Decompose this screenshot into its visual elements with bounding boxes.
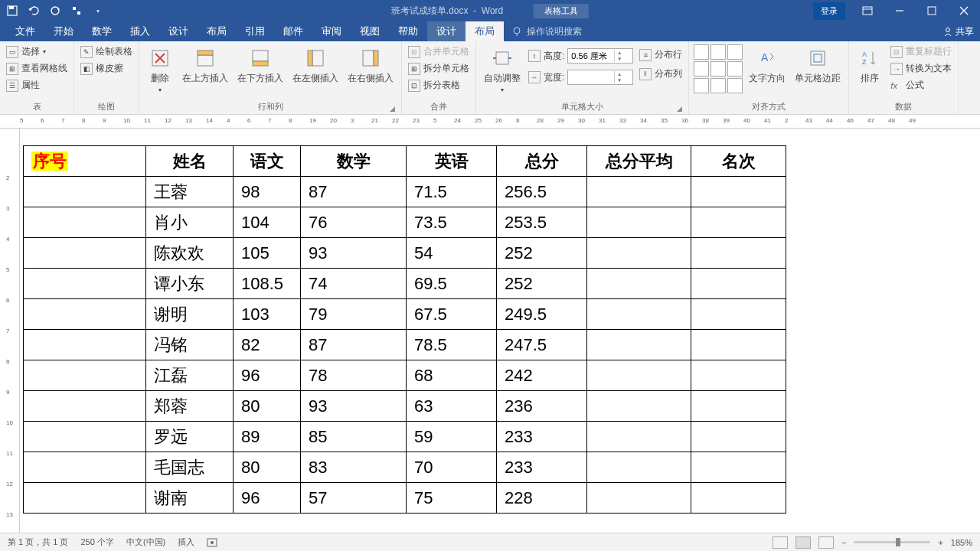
- tab-design[interactable]: 设计: [159, 21, 198, 41]
- document-page[interactable]: 序号姓名语文数学英语总分总分平均名次 王蓉988771.5256.5肖小1047…: [20, 129, 980, 533]
- table-cell[interactable]: [691, 269, 786, 299]
- tab-help[interactable]: 帮助: [389, 21, 427, 41]
- table-cell[interactable]: 陈欢欢: [146, 238, 234, 269]
- align-top-left[interactable]: [694, 44, 709, 60]
- table-cell[interactable]: [587, 330, 691, 360]
- align-mid-right[interactable]: [727, 61, 743, 77]
- tab-file[interactable]: 文件: [6, 21, 44, 41]
- view-gridlines-button[interactable]: ⊞查看网格线: [5, 61, 69, 76]
- table-cell[interactable]: [24, 177, 146, 207]
- table-cell[interactable]: 54: [407, 238, 497, 269]
- tab-references[interactable]: 引用: [236, 21, 274, 41]
- tab-view[interactable]: 视图: [351, 21, 389, 41]
- tell-me-search[interactable]: 操作说明搜索: [511, 25, 582, 38]
- table-cell[interactable]: [24, 452, 146, 483]
- language-indicator[interactable]: 中文(中国): [126, 536, 165, 548]
- table-row[interactable]: 陈欢欢1059354252: [24, 238, 786, 269]
- table-cell[interactable]: 93: [301, 391, 407, 422]
- table-cell[interactable]: [587, 483, 691, 514]
- tab-mailings[interactable]: 邮件: [274, 21, 312, 41]
- align-top-center[interactable]: [710, 44, 726, 60]
- table-cell[interactable]: 233: [497, 422, 587, 452]
- table-cell[interactable]: 59: [407, 422, 497, 452]
- repeat-header-button[interactable]: ⊟重复标题行: [889, 44, 953, 59]
- table-cell[interactable]: 郑蓉: [146, 391, 234, 422]
- delete-button[interactable]: 删除▾: [144, 44, 176, 95]
- table-cell[interactable]: [691, 238, 786, 269]
- table-cell[interactable]: 69.5: [407, 269, 497, 299]
- table-header[interactable]: 数学: [301, 146, 407, 177]
- distribute-rows-button[interactable]: ≡分布行: [638, 47, 684, 62]
- table-cell[interactable]: [587, 360, 691, 391]
- table-cell[interactable]: [691, 422, 786, 452]
- table-cell[interactable]: 83: [301, 452, 407, 483]
- table-row[interactable]: 江磊967868242: [24, 360, 786, 391]
- align-top-right[interactable]: [727, 44, 743, 60]
- table-header[interactable]: 姓名: [146, 146, 234, 177]
- login-button[interactable]: 登录: [813, 2, 845, 20]
- tab-home[interactable]: 开始: [44, 21, 83, 41]
- table-cell[interactable]: [691, 483, 786, 514]
- merge-cells-button[interactable]: ⊟合并单元格: [407, 44, 471, 59]
- minimize-icon[interactable]: [884, 0, 916, 21]
- table-header[interactable]: 英语: [407, 146, 497, 177]
- draw-table-button[interactable]: ✎绘制表格: [79, 44, 134, 59]
- table-cell[interactable]: 73.5: [407, 207, 497, 238]
- text-direction-button[interactable]: A文字方向: [746, 44, 789, 86]
- table-header[interactable]: 名次: [691, 146, 786, 177]
- vertical-ruler[interactable]: 234567891011121314: [0, 129, 20, 533]
- eraser-button[interactable]: ◧橡皮擦: [79, 61, 134, 76]
- horizontal-ruler[interactable]: 5678910111213144678192032122235242526828…: [0, 115, 980, 129]
- table-row[interactable]: 毛国志808370233: [24, 452, 786, 483]
- table-cell[interactable]: 70: [407, 452, 497, 483]
- table-cell[interactable]: 63: [407, 391, 497, 422]
- align-bot-right[interactable]: [727, 78, 743, 93]
- table-cell[interactable]: 93: [301, 238, 407, 269]
- cell-margins-button[interactable]: 单元格边距: [792, 44, 844, 86]
- table-cell[interactable]: [691, 207, 786, 238]
- dialog-launcher-icon[interactable]: ◢: [390, 105, 395, 112]
- qat-dropdown-icon[interactable]: ▾: [92, 5, 104, 17]
- autofit-button[interactable]: 自动调整▾: [481, 44, 524, 95]
- table-cell[interactable]: [24, 207, 146, 238]
- split-table-button[interactable]: ⊡拆分表格: [407, 78, 471, 93]
- table-cell[interactable]: [691, 177, 786, 207]
- table-cell[interactable]: 87: [301, 177, 407, 207]
- table-cell[interactable]: [587, 269, 691, 299]
- zoom-slider[interactable]: [854, 541, 930, 543]
- table-row[interactable]: 罗远898559233: [24, 422, 786, 452]
- table-cell[interactable]: [587, 299, 691, 330]
- table-cell[interactable]: 79: [301, 299, 407, 330]
- table-header[interactable]: 总分平均: [587, 146, 691, 177]
- table-cell[interactable]: 谢明: [146, 299, 234, 330]
- table-cell[interactable]: [691, 330, 786, 360]
- table-cell[interactable]: 233: [497, 452, 587, 483]
- table-header[interactable]: 语文: [234, 146, 301, 177]
- table-cell[interactable]: 75: [407, 483, 497, 514]
- table-cell[interactable]: [587, 422, 691, 452]
- table-cell[interactable]: [587, 238, 691, 269]
- table-cell[interactable]: [24, 422, 146, 452]
- table-cell[interactable]: 252: [497, 269, 587, 299]
- convert-to-text-button[interactable]: →转换为文本: [889, 61, 953, 76]
- insert-left-button[interactable]: 在左侧插入: [289, 44, 341, 86]
- tab-review[interactable]: 审阅: [312, 21, 351, 41]
- table-cell[interactable]: 253.5: [497, 207, 587, 238]
- width-input[interactable]: ▲▼: [567, 70, 633, 85]
- table-cell[interactable]: 80: [234, 452, 301, 483]
- table-cell[interactable]: 98: [234, 177, 301, 207]
- table-cell[interactable]: 74: [301, 269, 407, 299]
- table-cell[interactable]: 105: [234, 238, 301, 269]
- table-cell[interactable]: [587, 207, 691, 238]
- align-mid-center[interactable]: [710, 61, 726, 77]
- undo-icon[interactable]: [28, 5, 40, 17]
- table-cell[interactable]: 82: [234, 330, 301, 360]
- read-mode-icon[interactable]: [773, 536, 788, 549]
- table-cell[interactable]: [691, 391, 786, 422]
- table-row[interactable]: 郑蓉809363236: [24, 391, 786, 422]
- print-layout-icon[interactable]: [795, 536, 811, 549]
- ribbon-display-icon[interactable]: [851, 0, 884, 21]
- table-row[interactable]: 王蓉988771.5256.5: [24, 177, 786, 207]
- insert-below-button[interactable]: 在下方插入: [234, 44, 286, 86]
- table-cell[interactable]: 谭小东: [146, 269, 234, 299]
